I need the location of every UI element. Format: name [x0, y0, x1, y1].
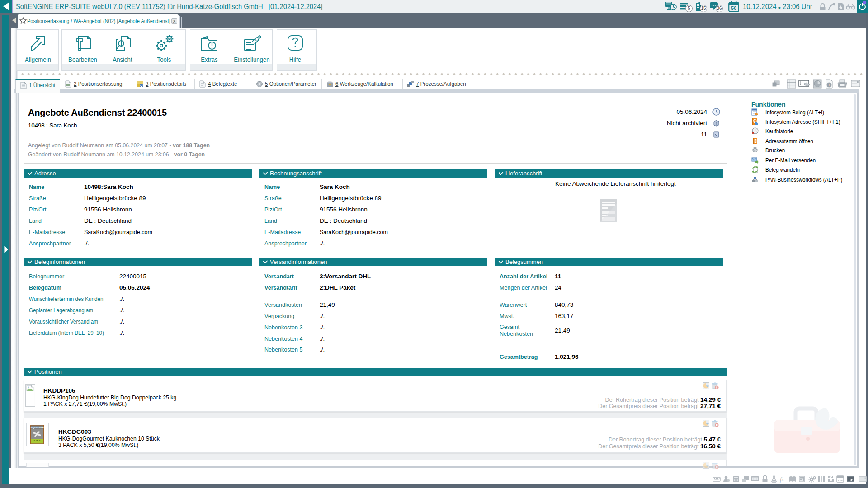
svg-text:fx: fx: [780, 476, 784, 483]
svg-text:50: 50: [731, 5, 736, 11]
svg-text:DogGourmet: DogGourmet: [29, 426, 45, 428]
svg-text:i: i: [829, 83, 830, 87]
